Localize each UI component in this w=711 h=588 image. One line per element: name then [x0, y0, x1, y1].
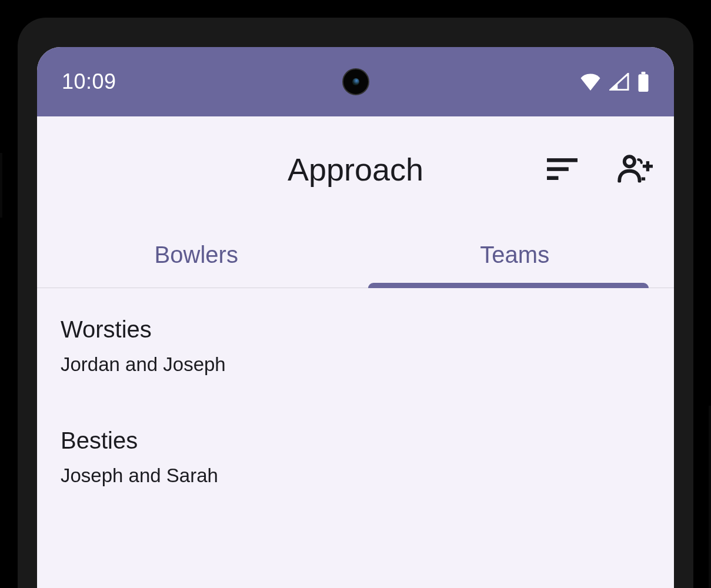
- team-list-item[interactable]: Besties Joseph and Sarah: [37, 399, 674, 510]
- side-button-right: [709, 406, 711, 588]
- tab-indicator: [368, 283, 649, 288]
- sort-button[interactable]: [542, 152, 582, 187]
- tab-label: Teams: [480, 242, 549, 268]
- status-bar: 10:09: [37, 47, 674, 116]
- screen: 10:09 Approach: [37, 47, 674, 588]
- svg-rect-1: [641, 72, 645, 74]
- team-members: Joseph and Sarah: [61, 465, 650, 487]
- svg-rect-0: [639, 74, 649, 92]
- svg-rect-2: [547, 158, 578, 162]
- svg-rect-8: [642, 178, 645, 181]
- side-button-left: [0, 153, 2, 218]
- front-camera: [342, 68, 369, 95]
- status-icons: [580, 72, 649, 92]
- sort-icon: [547, 157, 578, 182]
- svg-point-5: [625, 156, 635, 166]
- svg-rect-4: [547, 176, 559, 181]
- svg-rect-7: [646, 161, 649, 171]
- app-bar-actions: [542, 150, 657, 189]
- wifi-icon: [580, 73, 601, 91]
- team-members: Jordan and Joseph: [61, 353, 650, 376]
- content-list: Worsties Jordan and Joseph Besties Josep…: [37, 288, 674, 510]
- team-name: Worsties: [61, 316, 650, 343]
- tab-bowlers[interactable]: Bowlers: [37, 222, 356, 288]
- page-title: Approach: [288, 151, 423, 188]
- svg-rect-3: [547, 167, 569, 171]
- app-bar: Approach: [37, 116, 674, 222]
- tab-label: Bowlers: [155, 242, 238, 268]
- tab-bar: Bowlers Teams: [37, 222, 674, 288]
- tab-teams[interactable]: Teams: [356, 222, 675, 288]
- person-add-icon: [617, 155, 653, 185]
- team-name: Besties: [61, 427, 650, 454]
- team-list-item[interactable]: Worsties Jordan and Joseph: [37, 288, 674, 399]
- status-time: 10:09: [62, 69, 116, 94]
- phone-frame: 10:09 Approach: [0, 0, 711, 588]
- signal-icon: [609, 73, 629, 91]
- add-person-button[interactable]: [613, 150, 657, 189]
- battery-icon: [637, 72, 649, 92]
